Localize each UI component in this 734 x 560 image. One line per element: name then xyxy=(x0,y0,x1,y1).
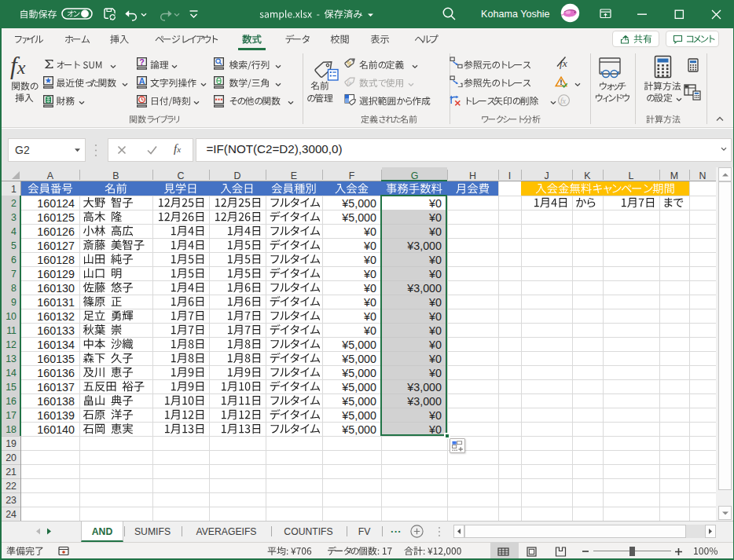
svg-text:A: A xyxy=(139,76,145,86)
svg-text:?: ? xyxy=(139,57,144,67)
svg-text:fx: fx xyxy=(347,79,351,86)
svg-text:fx: fx xyxy=(560,97,567,105)
